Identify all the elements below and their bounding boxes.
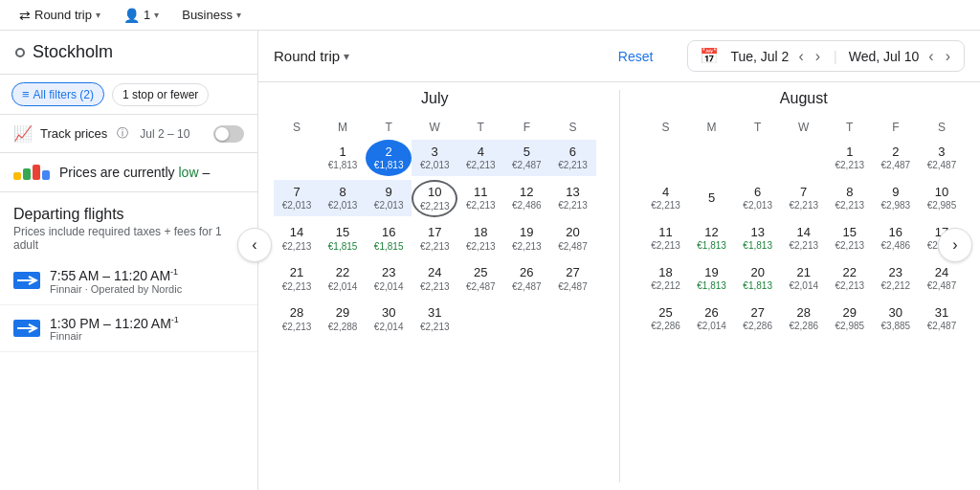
class-chevron: ▾ [236,10,241,20]
class-button[interactable]: Business ▾ [174,4,249,26]
table-row[interactable]: 13€1,813 [735,218,781,258]
stop-filter-button[interactable]: 1 stop or fewer [112,83,209,106]
table-row[interactable]: 22€2,014 [320,259,366,300]
flight-item[interactable]: 7:55 AM – 11:20 AM-1 Finnair · Operated … [0,257,257,305]
table-row[interactable]: 7€2,213 [781,178,827,218]
table-row[interactable]: 9€2,013 [366,178,412,219]
table-row[interactable]: 31€2,213 [412,300,457,340]
table-row[interactable]: 21€2,213 [274,259,320,300]
table-row[interactable]: 24€2,487 [919,258,965,299]
table-row[interactable]: 19€1,813 [689,258,735,299]
table-row[interactable]: 30€3,885 [873,299,919,339]
prices-low-text: Prices are currently low – [59,165,210,180]
table-row[interactable]: 5€2,487 [503,138,549,178]
calendars-container: July SMTWTFS 1€1,8132€1,8133€2,0134€2,21… [258,82,980,490]
table-row[interactable]: 11€2,213 [643,218,689,258]
table-row[interactable]: 10€2,213 [412,178,457,219]
table-row[interactable]: 12€1,813 [689,218,735,258]
table-row[interactable]: 16€2,486 [873,218,919,258]
table-row[interactable]: 16€1,815 [366,219,412,259]
table-row[interactable]: 29€2,288 [320,300,366,340]
table-row[interactable]: 31€2,487 [919,299,965,339]
table-row[interactable]: 27€2,286 [735,299,781,339]
table-row [781,138,827,178]
table-row[interactable]: 9€2,983 [873,178,919,218]
table-row[interactable]: 22€2,213 [827,258,873,299]
table-row[interactable]: 23€2,014 [366,259,412,300]
prices-low-row: Prices are currently low – [0,153,257,192]
table-row[interactable]: 5 [689,178,735,218]
return-prev-arrow[interactable]: ‹ [926,48,935,65]
july-grid: SMTWTFS 1€1,8132€1,8133€2,0134€2,2135€2,… [274,117,596,340]
returning-date: Wed, Jul 10 [849,49,920,64]
table-row[interactable]: 29€2,985 [827,299,873,339]
reset-button[interactable]: Reset [618,49,654,64]
track-toggle[interactable] [213,125,244,143]
table-row[interactable]: 14€2,213 [274,219,320,259]
stop-filter-label: 1 stop or fewer [122,88,198,101]
table-row[interactable]: 12€2,486 [503,178,549,219]
table-row[interactable]: 26€2,014 [689,299,735,339]
day-header: F [873,117,919,138]
table-row[interactable]: 10€2,985 [919,178,965,218]
table-row[interactable]: 3€2,487 [919,138,965,178]
day-header: S [643,117,689,138]
flight-item-2[interactable]: 1:30 PM – 11:20 AM-1 Finnair [0,305,257,353]
table-row[interactable]: 13€2,213 [549,178,595,219]
prev-month-arrow[interactable]: ‹ [237,228,272,262]
passengers-label: 1 [144,8,150,22]
table-row[interactable]: 28€2,213 [274,300,320,340]
table-row[interactable]: 2€1,813 [366,138,412,178]
table-row[interactable]: 26€2,487 [503,259,549,300]
depart-next-arrow[interactable]: › [813,48,822,65]
next-month-arrow[interactable]: › [938,228,972,262]
table-row[interactable]: 4€2,213 [457,138,503,178]
table-row[interactable]: 25€2,286 [643,299,689,339]
table-row[interactable]: 25€2,487 [457,259,503,300]
table-row[interactable]: 23€2,212 [873,258,919,299]
table-row[interactable]: 2€2,487 [873,138,919,178]
all-filters-button[interactable]: ≡ All filters (2) [11,82,104,106]
table-row[interactable]: 1€1,813 [320,138,366,178]
bar-yellow [13,172,21,180]
table-row[interactable]: 7€2,013 [274,178,320,219]
passengers-button[interactable]: 👤 1 ▾ [116,4,167,27]
prices-bar [13,165,50,180]
departing-title: Departing flights [13,206,244,223]
depart-prev-arrow[interactable]: ‹ [796,48,805,65]
table-row[interactable]: 30€2,014 [366,300,412,340]
table-row[interactable]: 6€2,213 [549,138,595,178]
table-row [549,300,595,340]
table-row[interactable]: 14€2,213 [781,218,827,258]
table-row[interactable]: 8€2,213 [827,178,873,218]
departing-section: Departing flights Prices include require… [0,192,257,257]
table-row[interactable]: 6€2,013 [735,178,781,218]
table-row[interactable]: 4€2,213 [643,178,689,218]
top-bar: ⇄ Round trip ▾ 👤 1 ▾ Business ▾ [0,0,980,31]
table-row[interactable]: 21€2,014 [781,258,827,299]
calendar-trip-type-button[interactable]: Round trip ▾ [274,48,349,64]
table-row[interactable]: 27€2,487 [549,259,595,300]
table-row[interactable]: 20€2,487 [549,219,595,259]
table-row[interactable]: 3€2,013 [412,138,457,178]
table-row[interactable]: 24€2,213 [412,259,457,300]
table-row[interactable]: 18€2,212 [643,258,689,299]
table-row[interactable]: 8€2,013 [320,178,366,219]
trip-type-button[interactable]: ⇄ Round trip ▾ [11,4,108,27]
table-row[interactable]: 11€2,213 [457,178,503,219]
table-row[interactable]: 15€2,213 [827,218,873,258]
table-row[interactable]: 18€2,213 [457,219,503,259]
bar-green [23,168,31,180]
table-row[interactable]: 15€1,815 [320,219,366,259]
table-row[interactable]: 19€2,213 [503,219,549,259]
table-row[interactable]: 1€2,213 [827,138,873,178]
table-row[interactable]: 28€2,286 [781,299,827,339]
date-separator: | [834,49,837,64]
table-row[interactable]: 20€1,813 [735,258,781,299]
return-next-arrow[interactable]: › [944,48,952,65]
bar-blue [42,170,50,180]
calendar-divider [619,90,620,482]
table-row[interactable]: 17€2,213 [412,219,457,259]
day-header: S [919,117,965,138]
table-row [643,138,689,178]
